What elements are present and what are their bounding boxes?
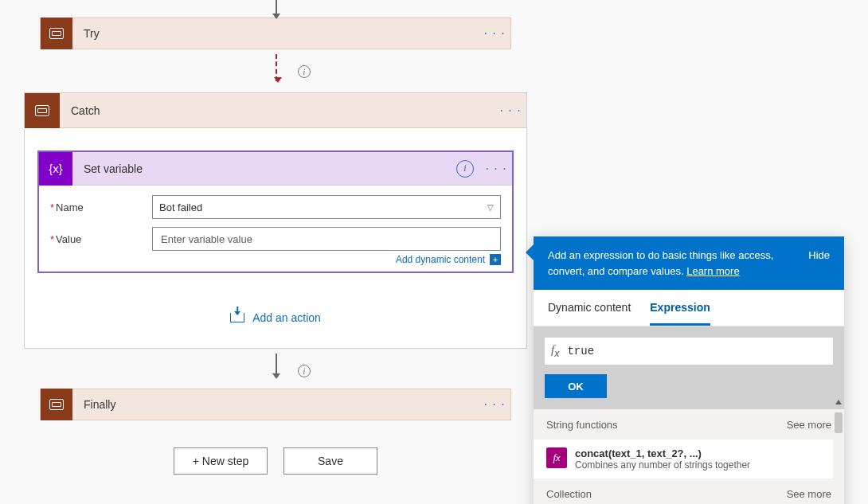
category-collection: Collection See more (534, 479, 844, 504)
see-more-collection[interactable]: See more (787, 488, 831, 500)
variable-value-input-wrap (152, 227, 501, 251)
scope-icon (25, 93, 60, 128)
run-after-info-icon[interactable]: i (298, 365, 311, 377)
variable-name-select[interactable]: Bot failed ▽ (152, 195, 501, 219)
category-string-functions: String functions See more (534, 409, 844, 440)
scope-icon (41, 389, 72, 420)
action-title: Set variable (72, 162, 456, 175)
popup-pointer (526, 244, 534, 260)
hide-popup-button[interactable]: Hide (808, 248, 830, 279)
scope-catch: Catch · · · {x} Set variable i · · · *Na… (24, 92, 527, 349)
action-set-variable-header[interactable]: {x} Set variable i · · · (39, 152, 512, 186)
more-menu-try[interactable]: · · · (479, 26, 510, 41)
expression-popup: Add an expression to do basic things lik… (534, 236, 844, 504)
field-label-value: *Value (50, 233, 152, 245)
fx-icon: fx (551, 343, 559, 359)
info-icon[interactable]: i (456, 160, 474, 178)
more-menu-finally[interactable]: · · · (479, 397, 510, 412)
add-action-link[interactable]: Add an action (252, 311, 321, 324)
variable-value-input[interactable] (159, 232, 494, 246)
expression-value: true (567, 345, 594, 357)
action-set-variable: {x} Set variable i · · · *Name Bot faile… (37, 150, 514, 273)
add-dynamic-content-link[interactable]: Add dynamic content (396, 254, 485, 265)
function-desc: Combines any number of strings together (575, 459, 750, 471)
popup-banner-text: Add an expression to do basic things lik… (548, 248, 794, 279)
learn-more-link[interactable]: Learn more (686, 265, 739, 277)
tab-expression[interactable]: Expression (650, 301, 710, 326)
function-concat[interactable]: fx concat(text_1, text_2?, ...) Combines… (534, 440, 844, 479)
tab-dynamic-content[interactable]: Dynamic content (548, 301, 631, 326)
more-menu-setvar[interactable]: · · · (480, 162, 512, 176)
plus-icon[interactable]: + (490, 254, 501, 265)
scope-try-label: Try (72, 27, 479, 40)
scope-try[interactable]: Try · · · (40, 18, 511, 49)
function-title: concat(text_1, text_2?, ...) (575, 447, 750, 459)
save-button[interactable]: Save (283, 447, 377, 475)
fx-icon: fx (546, 447, 567, 468)
run-after-info-icon[interactable]: i (298, 65, 311, 78)
more-menu-catch[interactable]: · · · (495, 104, 526, 118)
ok-button[interactable]: OK (545, 374, 607, 398)
chevron-down-icon: ▽ (487, 203, 494, 212)
field-label-name: *Name (50, 201, 152, 213)
see-more-string[interactable]: See more (787, 419, 831, 431)
scope-icon (41, 18, 72, 49)
variable-icon: {x} (39, 152, 72, 186)
variable-name-value: Bot failed (159, 201, 202, 213)
expression-input[interactable]: fx true (545, 338, 833, 365)
insert-step-icon (230, 313, 244, 322)
scrollbar[interactable] (833, 409, 844, 504)
scope-finally[interactable]: Finally · · · (40, 389, 511, 420)
scope-catch-label: Catch (60, 104, 495, 117)
scope-catch-header[interactable]: Catch · · · (25, 93, 526, 128)
new-step-button[interactable]: + New step (174, 447, 268, 475)
scope-finally-label: Finally (72, 398, 479, 411)
